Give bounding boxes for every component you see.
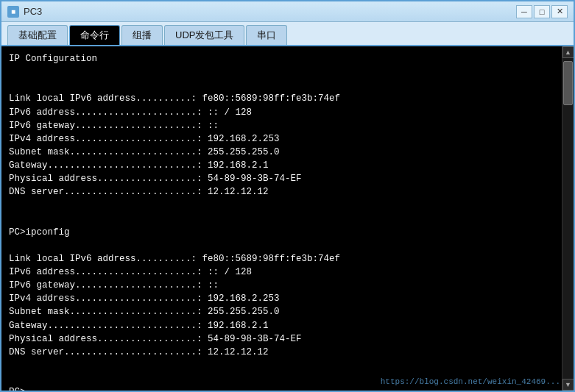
close-button[interactable]: ✕ [551,5,568,18]
scrollbar-track[interactable] [562,58,574,379]
title-bar-left: ■ PC3 [7,6,42,18]
app-icon: ■ [7,6,19,18]
tab-udp[interactable]: UDP发包工具 [164,25,244,45]
tab-cmd[interactable]: 命令行 [69,25,120,45]
terminal-output[interactable]: IP Configuration Link local IPv6 address… [1,46,562,391]
terminal-container: IP Configuration Link local IPv6 address… [1,46,574,391]
main-window: ■ PC3 ─ □ ✕ 基础配置 命令行 组播 UDP发包工具 串口 IP Co… [0,0,575,392]
scrollbar[interactable]: ▲ ▼ [562,46,574,391]
tab-basic[interactable]: 基础配置 [7,25,68,45]
title-bar: ■ PC3 ─ □ ✕ [1,1,574,22]
scrollbar-thumb[interactable] [563,61,573,105]
scroll-down-button[interactable]: ▼ [562,379,574,391]
window-controls: ─ □ ✕ [516,5,568,18]
window-title: PC3 [24,6,42,17]
tab-serial[interactable]: 串口 [246,25,287,45]
scroll-up-button[interactable]: ▲ [562,46,574,58]
tab-bar: 基础配置 命令行 组播 UDP发包工具 串口 [1,22,574,46]
maximize-button[interactable]: □ [534,5,550,18]
tab-multicast[interactable]: 组播 [121,25,163,45]
minimize-button[interactable]: ─ [516,5,532,18]
